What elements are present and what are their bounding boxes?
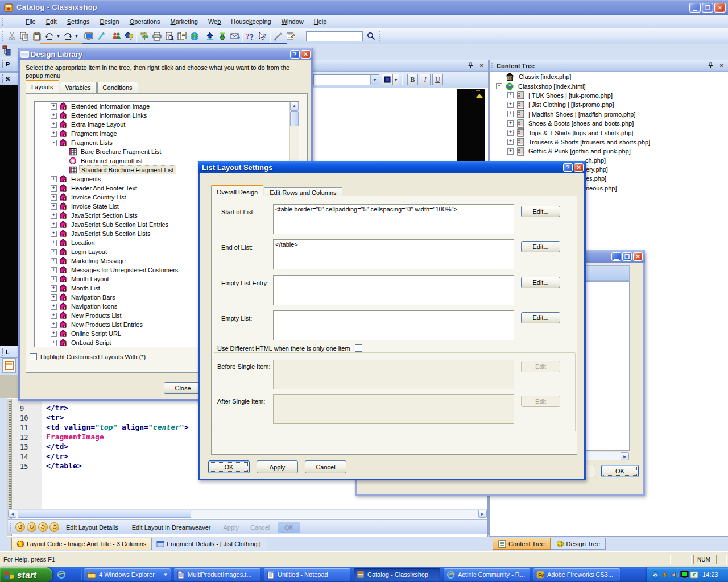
expand-icon[interactable]: + xyxy=(51,113,57,119)
field-value-2[interactable]: </table> xyxy=(273,239,514,269)
field-value-1[interactable]: <table border="0" cellpadding="5" cellsp… xyxy=(273,204,514,234)
menu-web[interactable]: Web xyxy=(203,16,226,27)
edit-button[interactable]: Edit... xyxy=(521,241,560,252)
field-value-4[interactable] xyxy=(273,310,514,340)
layout-tree-item[interactable]: +Extra Image Layout xyxy=(35,120,299,129)
content-tree-label[interactable]: Trousers & Shorts [trousers-and-shorts.p… xyxy=(527,139,651,146)
nvidia-icon[interactable] xyxy=(689,570,698,579)
field-value-3[interactable] xyxy=(273,275,514,305)
close-icon[interactable]: ✕ xyxy=(718,62,726,69)
scroll-up-icon[interactable] xyxy=(475,90,483,98)
layout-tree-label[interactable]: Marketing Message xyxy=(69,257,127,265)
layout-tree-item[interactable]: +Extended Information Links xyxy=(35,111,299,120)
menu-help[interactable]: Help xyxy=(309,16,332,27)
expand-icon[interactable]: + xyxy=(507,148,514,155)
layout-tree-label[interactable]: Invoice Country List xyxy=(69,193,128,201)
content-tree-label[interactable]: ch.php] xyxy=(585,157,606,164)
design-library-tab-variables[interactable]: Variables xyxy=(60,82,97,93)
group-dropdown-icon[interactable]: ▼ xyxy=(163,572,168,577)
taskbar-button-untitled-notepad[interactable]: Untitled - Notepad xyxy=(264,568,350,581)
layout-tree-label[interactable]: Standard Brochure Fragment List xyxy=(79,165,176,174)
layout-tree-label[interactable]: Bare Brochure Fragment List xyxy=(79,148,163,156)
print-preview-icon[interactable] xyxy=(163,30,176,43)
msn-icon[interactable] xyxy=(651,570,660,579)
expand-icon[interactable]: + xyxy=(51,267,57,273)
content-tree-item[interactable]: +Shoes & Boots [shoes-and-boots.php] xyxy=(490,119,727,128)
scroll-thumb[interactable] xyxy=(18,510,191,518)
content-tree-label[interactable]: Tops & T-Shirts [tops-and-t-shirts.php] xyxy=(527,130,634,136)
apply-button[interactable]: Apply xyxy=(257,460,298,473)
close-icon[interactable]: ✕ xyxy=(301,50,311,59)
layout-tree-item[interactable]: -Fragment Lists xyxy=(35,138,299,147)
expand-icon[interactable]: + xyxy=(51,294,57,301)
edit-button[interactable]: Edit... xyxy=(521,312,560,323)
layout-tree-label[interactable]: Month List xyxy=(69,284,102,292)
expand-icon[interactable]: + xyxy=(51,285,57,292)
content-tree-item[interactable]: +Gothic & Punk [gothic-and-punk.php] xyxy=(490,147,727,156)
expand-icon[interactable]: + xyxy=(51,322,57,328)
undo-icon[interactable] xyxy=(43,30,56,43)
expand-icon[interactable]: + xyxy=(51,213,57,219)
menu-housekeeping[interactable]: Housekeeping xyxy=(226,16,276,27)
expand-icon[interactable]: + xyxy=(51,231,57,237)
layout-tree-label[interactable]: JavaScript Sub Section Lists xyxy=(69,230,152,238)
menu-settings[interactable]: Settings xyxy=(62,16,95,27)
layout-tree-label[interactable]: New Products List xyxy=(69,311,123,319)
content-tree-item[interactable]: +| Madfish Shoes | [madfish-promo.php] xyxy=(490,110,727,119)
rotate-cw-icon[interactable]: ↻ xyxy=(27,522,36,532)
panel-tab-design-tree[interactable]: Design Tree xyxy=(551,538,606,550)
lightning-icon[interactable] xyxy=(660,570,669,579)
layout-tree-label[interactable]: Invoice State List xyxy=(69,202,121,210)
site-tree-mini-icon[interactable] xyxy=(2,45,12,56)
ok-button[interactable]: OK xyxy=(601,465,639,477)
layout-tree-label[interactable]: JavaScript Section Lists xyxy=(69,211,139,219)
expand-icon[interactable]: + xyxy=(51,249,57,255)
menu-file[interactable]: File xyxy=(20,16,41,27)
content-tree-label[interactable]: Gothic & Punk [gothic-and-punk.php] xyxy=(527,148,632,155)
expand-icon[interactable]: + xyxy=(51,240,57,246)
restore-icon[interactable]: ❐ xyxy=(622,252,632,261)
expand-icon[interactable]: + xyxy=(51,222,57,228)
content-tree-label[interactable]: | Jist Clothing | [jist-promo.php] xyxy=(527,101,615,108)
layout-tree-label[interactable]: Extended Information Image xyxy=(69,102,151,110)
cancel-button[interactable]: Cancel xyxy=(305,460,346,473)
content-tree-item[interactable]: +| Jist Clothing | [jist-promo.php] xyxy=(490,100,727,109)
layout-tree-label[interactable]: Header And Footer Text xyxy=(69,184,139,192)
reports-icon[interactable] xyxy=(176,30,188,43)
edit-button[interactable]: Edit... xyxy=(521,206,560,217)
minimize-icon[interactable]: ▁ xyxy=(611,252,621,261)
menu-window[interactable]: Window xyxy=(276,16,309,27)
content-tree-item[interactable]: Classix [index.php] xyxy=(490,72,727,81)
style-combo[interactable]: ▼ xyxy=(313,74,379,85)
highlight-customised-checkbox[interactable] xyxy=(30,353,37,360)
expand-icon[interactable]: + xyxy=(51,176,57,182)
preview-icon[interactable] xyxy=(82,30,95,43)
close-icon[interactable]: ✕ xyxy=(478,62,486,69)
scroll-left-icon[interactable]: ◄ xyxy=(8,510,16,518)
layout-tree-label[interactable]: Navigation Bars xyxy=(69,293,117,301)
color-button[interactable] xyxy=(382,74,393,85)
content-tree-item[interactable]: +Trousers & Shorts [trousers-and-shorts.… xyxy=(490,138,727,147)
scroll-thumb[interactable] xyxy=(290,111,299,126)
expand-icon[interactable]: + xyxy=(51,185,57,192)
volume-icon[interactable] xyxy=(670,570,679,579)
expand-icon[interactable]: + xyxy=(51,131,57,137)
copy-icon[interactable] xyxy=(18,30,31,43)
expand-icon[interactable]: + xyxy=(507,92,514,98)
layout-tree-label[interactable]: Fragments xyxy=(69,175,103,183)
layout-tree-item[interactable]: Bare Brochure Fragment List xyxy=(35,147,299,156)
layout-tree-label[interactable]: Extended Information Links xyxy=(69,111,148,119)
layout-tree-label[interactable]: BrochureFragmentList xyxy=(79,157,144,165)
content-tree-label[interactable]: Shoes & Boots [shoes-and-boots.php] xyxy=(527,120,635,127)
collapse-icon[interactable]: - xyxy=(496,83,502,89)
layout-tree-label[interactable]: New Products List Entries xyxy=(69,321,144,329)
help-icon[interactable]: ? xyxy=(290,50,300,59)
close-icon[interactable]: ✕ xyxy=(574,163,584,172)
expand-icon[interactable]: + xyxy=(51,103,57,110)
color-dropdown-icon[interactable]: ▼ xyxy=(393,74,399,85)
layout-tree-label[interactable]: Fragment Image xyxy=(69,130,119,138)
single-item-checkbox[interactable] xyxy=(355,344,362,352)
expand-icon[interactable]: + xyxy=(51,340,57,346)
layout-tree-label[interactable]: Location xyxy=(69,239,97,247)
redo-icon[interactable] xyxy=(61,30,74,43)
